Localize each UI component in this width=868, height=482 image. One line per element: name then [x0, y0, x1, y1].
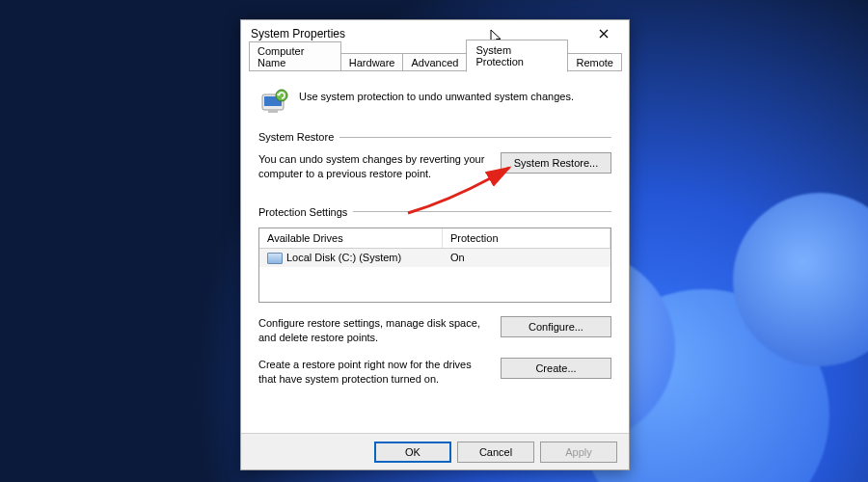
- close-button[interactable]: [584, 23, 623, 44]
- restore-description: You can undo system changes by reverting…: [258, 152, 489, 181]
- system-restore-button[interactable]: System Restore...: [501, 152, 611, 174]
- tab-system-protection[interactable]: System Protection: [466, 40, 568, 72]
- group-system-restore: System Restore You can undo system chang…: [258, 131, 611, 181]
- dialog-body: Use system protection to undo unwanted s…: [241, 71, 629, 394]
- svg-rect-2: [268, 110, 278, 113]
- drives-table[interactable]: Available Drives Protection Local Disk (…: [258, 228, 611, 303]
- group-title-restore: System Restore: [258, 131, 334, 143]
- create-button[interactable]: Create...: [501, 358, 611, 379]
- system-properties-dialog: System Properties Computer Name Hardware…: [240, 19, 630, 470]
- col-protection[interactable]: Protection: [443, 228, 610, 248]
- window-title: System Properties: [251, 27, 584, 40]
- protection-status: On: [443, 249, 610, 266]
- dialog-footer: OK Cancel Apply: [241, 433, 629, 469]
- drive-name: Local Disk (C:) (System): [286, 252, 401, 263]
- divider: [339, 137, 611, 138]
- close-icon: [599, 29, 609, 39]
- tab-strip: Computer Name Hardware Advanced System P…: [241, 47, 629, 71]
- svg-point-3: [276, 90, 287, 101]
- intro-row: Use system protection to undo unwanted s…: [258, 87, 611, 118]
- system-protection-icon: [258, 87, 289, 118]
- table-row[interactable]: Local Disk (C:) (System) On: [259, 249, 610, 267]
- table-header: Available Drives Protection: [259, 228, 610, 249]
- tab-remote[interactable]: Remote: [567, 53, 622, 71]
- drive-cell: Local Disk (C:) (System): [259, 249, 443, 267]
- group-title-protection: Protection Settings: [258, 206, 347, 218]
- col-available-drives[interactable]: Available Drives: [259, 228, 443, 248]
- configure-description: Configure restore settings, manage disk …: [258, 316, 489, 345]
- tab-computer-name[interactable]: Computer Name: [249, 41, 341, 71]
- divider: [353, 211, 611, 212]
- apply-button[interactable]: Apply: [540, 442, 617, 463]
- group-protection-settings: Protection Settings Available Drives Pro…: [258, 206, 611, 387]
- cancel-button[interactable]: Cancel: [457, 442, 534, 463]
- intro-text: Use system protection to undo unwanted s…: [299, 87, 574, 102]
- create-description: Create a restore point right now for the…: [258, 358, 489, 387]
- tab-advanced[interactable]: Advanced: [402, 53, 467, 71]
- ok-button[interactable]: OK: [374, 442, 451, 463]
- tab-hardware[interactable]: Hardware: [340, 53, 404, 71]
- configure-button[interactable]: Configure...: [501, 316, 611, 337]
- drive-icon: [267, 253, 283, 264]
